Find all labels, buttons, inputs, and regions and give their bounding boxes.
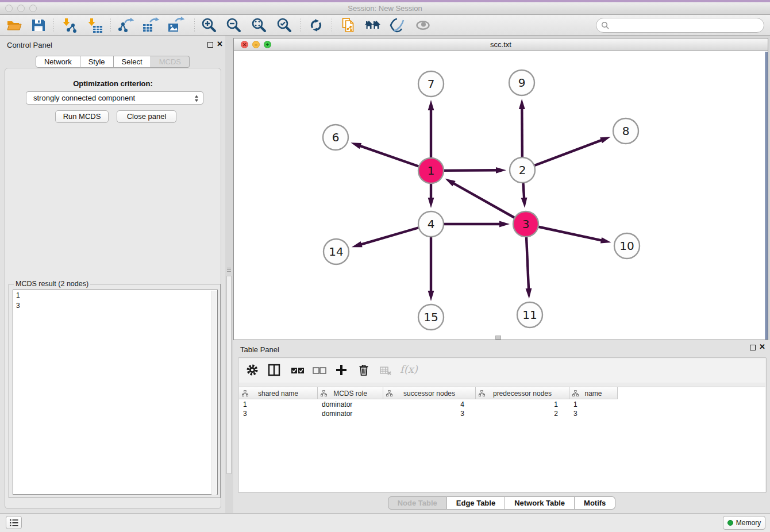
- tab-network-table[interactable]: Network Table: [505, 496, 575, 510]
- memory-status-icon: [727, 520, 733, 526]
- result-scrollbar[interactable]: [211, 291, 217, 495]
- mcds-result-title: MCDS result (2 nodes): [14, 280, 90, 288]
- graph-node-label: 4: [428, 217, 435, 231]
- graph-node-label: 10: [619, 239, 634, 253]
- export-image-icon[interactable]: [167, 17, 184, 34]
- graph-node-label: 7: [428, 77, 435, 91]
- panel-divider[interactable]: [225, 36, 233, 513]
- column-header-name[interactable]: name: [569, 387, 618, 399]
- table-cell[interactable]: 2: [476, 409, 569, 418]
- mcds-result-textarea[interactable]: 13: [13, 290, 218, 495]
- network-hscroll-grip[interactable]: [495, 336, 501, 340]
- table-cell[interactable]: 1: [476, 400, 569, 409]
- select-all-columns-icon[interactable]: [291, 367, 306, 377]
- close-panel-button[interactable]: Close panel: [117, 110, 176, 123]
- table-cell[interactable]: dominator: [318, 400, 383, 409]
- refresh-icon[interactable]: [307, 17, 325, 34]
- table-cell[interactable]: 3: [383, 409, 476, 418]
- column-header-MCDS-role[interactable]: MCDS role: [318, 387, 383, 399]
- search-input[interactable]: [610, 21, 748, 30]
- export-network-icon[interactable]: [117, 17, 134, 34]
- optimization-criterion-select[interactable]: strongly connected component: [26, 91, 203, 105]
- table-cell[interactable]: 3: [569, 409, 618, 418]
- control-panel-title: Control Panel: [7, 41, 52, 49]
- column-header-successor-nodes[interactable]: successor nodes: [383, 387, 476, 399]
- toolbar-separator: [53, 18, 54, 33]
- node-table: shared name MCDS role successor nodes pr…: [239, 387, 765, 492]
- tab-node-table[interactable]: Node Table: [388, 496, 447, 510]
- zoom-selected-icon[interactable]: [275, 17, 292, 34]
- tab-motifs[interactable]: Motifs: [575, 496, 615, 510]
- search-box[interactable]: [596, 18, 764, 33]
- table-cell[interactable]: 4: [383, 400, 476, 409]
- hide-graphics-icon[interactable]: [388, 17, 406, 34]
- screen: Session: New Session: [0, 0, 770, 532]
- graph-node-label: 6: [332, 130, 340, 144]
- memory-button[interactable]: Memory: [723, 516, 765, 530]
- table-row[interactable]: 1dominator411: [239, 400, 618, 409]
- save-session-icon[interactable]: [30, 17, 47, 34]
- float-panel-icon[interactable]: [207, 42, 213, 48]
- unselect-all-columns-icon[interactable]: [313, 367, 328, 377]
- table-header-row: shared name MCDS role successor nodes pr…: [239, 387, 618, 399]
- edge-arrow-icon: [600, 237, 611, 244]
- toolbar-separator: [300, 18, 301, 33]
- divider-grip-icon[interactable]: [227, 268, 231, 272]
- function-builder-icon[interactable]: f(x): [400, 363, 418, 375]
- task-history-button[interactable]: [6, 516, 22, 529]
- network-vscrollbar[interactable]: [765, 52, 768, 340]
- table-panel-title: Table Panel: [240, 345, 279, 354]
- show-columns-icon[interactable]: [268, 364, 280, 379]
- close-table-panel-icon[interactable]: ✕: [759, 342, 765, 351]
- zoom-fit-icon[interactable]: [250, 17, 267, 34]
- home-networks-icon[interactable]: [364, 17, 381, 34]
- edge-arrow-icon: [428, 291, 434, 301]
- window-title: Session: New Session: [0, 4, 770, 13]
- edge-arrow-icon: [428, 100, 434, 110]
- column-type-icon: [321, 390, 327, 398]
- status-bar: Memory: [0, 513, 770, 532]
- tab-network[interactable]: Network: [36, 56, 80, 68]
- graph-node-label: 9: [518, 76, 526, 90]
- graph-node-label: 11: [522, 308, 537, 322]
- table-row[interactable]: 3dominator323: [239, 409, 618, 418]
- column-header-shared-name[interactable]: shared name: [239, 387, 318, 399]
- tab-select[interactable]: Select: [114, 56, 151, 68]
- list-icon: [9, 519, 18, 527]
- table-cell[interactable]: 1: [569, 400, 618, 409]
- run-mcds-button[interactable]: Run MCDS: [55, 110, 109, 123]
- show-graphics-icon[interactable]: [414, 17, 432, 34]
- main-toolbar: [0, 15, 770, 36]
- network-view-title: scc.txt: [234, 40, 768, 49]
- toolbar-separator: [110, 18, 111, 33]
- toolbar-separator: [194, 18, 195, 33]
- open-session-icon[interactable]: [6, 17, 23, 34]
- result-line: 1: [13, 290, 217, 300]
- import-network-icon[interactable]: [61, 17, 78, 34]
- close-panel-icon[interactable]: ✕: [217, 40, 223, 48]
- delete-table-icon[interactable]: [380, 366, 392, 379]
- float-table-panel-icon[interactable]: [750, 345, 756, 350]
- export-table-icon[interactable]: [141, 17, 159, 34]
- import-table-icon[interactable]: [86, 17, 103, 34]
- result-line: 3: [13, 300, 217, 311]
- column-header-predecessor-nodes[interactable]: predecessor nodes: [476, 387, 569, 399]
- search-icon: [601, 21, 610, 30]
- tab-edge-table[interactable]: Edge Table: [447, 496, 505, 510]
- column-type-icon: [242, 390, 248, 398]
- tab-style[interactable]: Style: [80, 56, 114, 68]
- zoom-in-icon[interactable]: [200, 17, 217, 34]
- tab-mcds[interactable]: MCDS: [151, 56, 190, 68]
- network-canvas[interactable]: 7968124314101511: [234, 52, 768, 340]
- table-cell[interactable]: dominator: [318, 409, 383, 418]
- table-cell[interactable]: 1: [239, 400, 318, 409]
- zoom-out-icon[interactable]: [225, 17, 242, 34]
- table-settings-icon[interactable]: [246, 364, 259, 379]
- delete-column-icon[interactable]: [357, 363, 370, 379]
- network-file-icon[interactable]: [340, 17, 357, 34]
- toolbar-separator: [332, 18, 332, 33]
- mcds-result-group: MCDS result (2 nodes) 13: [9, 284, 221, 498]
- add-column-icon[interactable]: [335, 364, 348, 379]
- table-cell[interactable]: 3: [239, 409, 318, 418]
- column-type-icon: [572, 390, 579, 398]
